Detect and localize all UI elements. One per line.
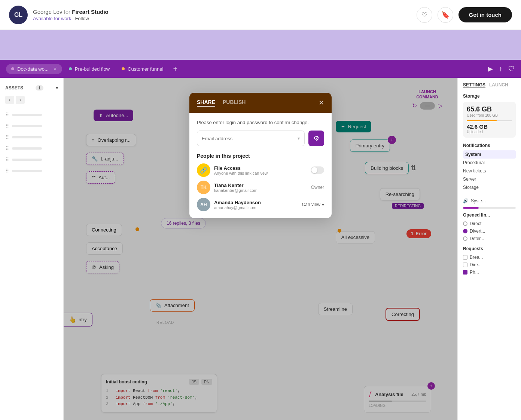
person-name-tiana: Tiana Kenter (214, 183, 307, 188)
people-list: 🔗 File Access Anyone with this link can … (197, 163, 324, 211)
modal-overlay[interactable]: SHARE PUBLISH ✕ Please enter login and p… (64, 78, 457, 420)
nav-right-button[interactable]: › (16, 96, 25, 104)
modal-body: Please enter login and password to confi… (189, 113, 332, 218)
sidebar-mini-bar (12, 159, 42, 161)
user-meta: Available for work Follow (33, 16, 109, 21)
sidebar-mini-bar (12, 136, 42, 138)
play-icon[interactable]: ▶ (488, 65, 493, 73)
main-area: ASSETS 1 ▾ ‹ › ⠿ ⠿ ⠿ ⠿ (0, 78, 521, 420)
divert-label: Divert... (470, 229, 485, 234)
notifications-section: Notifications System Procedural New tick… (463, 143, 516, 191)
available-badge: Available for work (33, 16, 71, 21)
request-item-brea[interactable]: Brea... (463, 254, 516, 261)
notif-item-system[interactable]: System (463, 150, 516, 159)
nav-left-button[interactable]: ‹ (5, 96, 14, 104)
file-access-info: File Access Anyone with this link can ve… (214, 165, 307, 175)
grid-icon: ⠿ (5, 145, 9, 151)
sidebar-row: ⠿ (0, 120, 63, 132)
defer-label: Defer... (470, 236, 484, 241)
settings-icon: ⚙ (313, 134, 319, 142)
request-item-dire[interactable]: Dire... (463, 261, 516, 269)
grid-icon: ⠿ (5, 123, 9, 129)
opened-link-direct[interactable]: Direct (463, 220, 516, 227)
sidebar-header: ASSETS 1 ▾ (0, 82, 63, 93)
person-email-amanda: amanahay@gmail.com (214, 205, 298, 210)
sidebar-row: ⠿ (0, 154, 63, 165)
avatar: GL (9, 6, 28, 24)
person-role-tiana: Owner (311, 185, 324, 190)
storage-title: Storage (463, 93, 516, 99)
sidebar-mini-bar (12, 114, 42, 116)
opened-links-title: Opened lin... (463, 212, 516, 218)
opened-link-divert[interactable]: Divert... (463, 227, 516, 235)
tab-label-doc-data: Doc-data wo... (17, 66, 49, 72)
share-tab[interactable]: SHARE (197, 99, 215, 107)
storage-bar (467, 120, 512, 121)
radio-direct (463, 221, 467, 226)
radio-divert (463, 229, 467, 233)
email-input-wrap[interactable]: ▾ (197, 131, 305, 146)
tab-doc-data[interactable]: Doc-data wo... ✕ (6, 64, 62, 74)
person-info-tiana: Tiana Kenter tianakenter@gmail.com (214, 183, 307, 193)
navbar-left: GL George Lov for Fireart Studio Availab… (9, 6, 109, 24)
bookmark-button[interactable]: 🔖 (438, 7, 453, 23)
email-input[interactable] (202, 136, 298, 141)
notif-item-procedural[interactable]: Procedural (463, 159, 516, 167)
person-avatar-tiana: TK (197, 181, 210, 194)
tab-close-icon[interactable]: ✕ (53, 66, 57, 71)
rs-tab-settings[interactable]: SETTINGS (463, 82, 485, 88)
person-row-amanda: AH Amanda Haydenson amanahay@gmail.com C… (197, 198, 324, 211)
share-icon[interactable]: ↑ (499, 65, 502, 73)
notif-item-server[interactable]: Server (463, 175, 516, 183)
heart-button[interactable]: ♡ (417, 7, 432, 23)
grid-icon: ⠿ (5, 134, 9, 140)
storage-label: Used from 100 GB (467, 113, 512, 117)
storage-section: Storage 65.6 GB Used from 100 GB 42.6 GB… (463, 93, 516, 138)
shield-icon[interactable]: 🛡 (508, 65, 515, 73)
rs-tab-launch[interactable]: LAUNCH (489, 82, 508, 88)
sound-item: 🔊 Syste... (463, 197, 516, 205)
notif-item-storage[interactable]: Storage (463, 183, 516, 191)
follow-button[interactable]: Follow (75, 16, 89, 21)
modal-note: Please enter login and password to confi… (197, 120, 324, 125)
get-in-touch-button[interactable]: Get in touch (458, 7, 512, 22)
notif-item-tickets[interactable]: New tickets (463, 167, 516, 175)
sidebar-row: ⠿ (0, 143, 63, 154)
nav-arrows: ‹ › (0, 93, 63, 106)
checkbox-brea (463, 255, 467, 260)
brea-label: Brea... (470, 255, 483, 260)
tab-label-customer: Customer funnel (128, 66, 163, 72)
person-name-amanda: Amanda Haydenson (214, 200, 298, 205)
user-info: George Lov for Fireart Studio Available … (33, 9, 109, 21)
ph-label: Ph... (470, 270, 479, 275)
left-sidebar: ASSETS 1 ▾ ‹ › ⠿ ⠿ ⠿ ⠿ (0, 78, 64, 420)
tab-prebuilt[interactable]: Pre-builded flow (64, 64, 115, 74)
opened-link-defer[interactable]: Defer... (463, 235, 516, 242)
sidebar-title: ASSETS (5, 85, 23, 91)
file-access-icon: 🔗 (197, 163, 210, 177)
user-name-label: George Lov for Fireart Studio (33, 9, 109, 15)
email-row: ▾ ⚙ (197, 131, 324, 146)
sound-label: Syste... (471, 198, 486, 203)
checkbox-ph (463, 270, 467, 275)
radio-defer (463, 236, 467, 241)
modal-close-button[interactable]: ✕ (319, 99, 324, 107)
file-access-row: 🔗 File Access Anyone with this link can … (197, 163, 324, 177)
person-email-tiana: tianakenter@gmail.com (214, 188, 307, 193)
sidebar-mini-bar (12, 125, 42, 127)
sidebar-mini-bar (12, 170, 42, 172)
settings-button[interactable]: ⚙ (308, 131, 324, 146)
navbar: GL George Lov for Fireart Studio Availab… (0, 0, 521, 30)
file-access-toggle[interactable] (311, 166, 324, 174)
person-role-select-amanda[interactable]: Can view ▾ (302, 202, 324, 207)
publish-tab[interactable]: PUBLISH (223, 99, 246, 107)
file-access-sub: Anyone with this link can vew (214, 171, 307, 175)
storage-sub-amount: 42.6 GB (467, 123, 512, 130)
request-item-ph[interactable]: Ph... (463, 269, 516, 276)
grid-icon: ⠿ (5, 112, 9, 118)
sidebar-chevron-icon: ▾ (56, 85, 58, 91)
sidebar-row: ⠿ (0, 109, 63, 120)
person-avatar-amanda: AH (197, 198, 210, 211)
tab-add-button[interactable]: + (173, 65, 177, 73)
tab-customer[interactable]: Customer funnel (116, 64, 168, 74)
